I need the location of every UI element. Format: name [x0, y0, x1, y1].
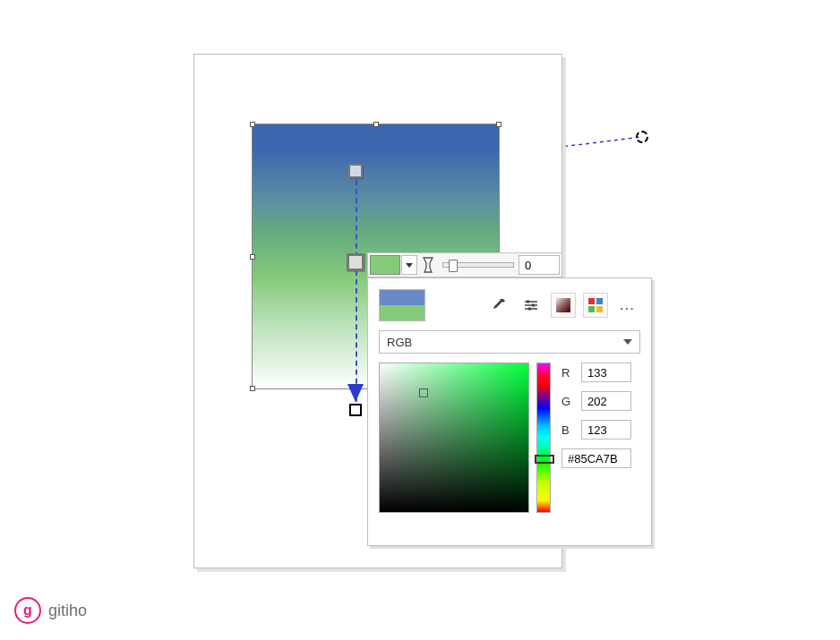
more-options-button[interactable]: ... [615, 293, 640, 318]
color-model-label: RGB [387, 336, 412, 349]
color-picker-strip [367, 252, 562, 277]
gradient-axis[interactable] [356, 171, 357, 402]
gradient-stop-mid[interactable] [347, 253, 364, 271]
chevron-down-icon [623, 339, 632, 345]
svg-rect-3 [528, 308, 531, 311]
transparency-slider[interactable] [442, 262, 514, 268]
svg-rect-5 [556, 298, 570, 312]
svg-rect-9 [596, 306, 603, 312]
saturation-value-box[interactable] [379, 363, 529, 513]
brand-watermark: g gitiho [14, 597, 87, 624]
selection-handle[interactable] [250, 254, 255, 260]
input-r[interactable] [581, 363, 631, 382]
rgb-inputs: R G B [561, 363, 631, 513]
color-dropdown-button[interactable] [401, 255, 417, 275]
sliders-button[interactable] [519, 293, 544, 318]
gradient-stop-start[interactable] [348, 164, 363, 178]
color-model-select[interactable]: RGB [379, 330, 640, 354]
gradient-arrowhead [347, 384, 364, 402]
selection-handle[interactable] [250, 122, 255, 127]
svg-rect-6 [588, 298, 595, 304]
hue-thumb[interactable] [535, 455, 554, 464]
input-hex[interactable] [561, 448, 631, 468]
sv-cursor[interactable] [419, 388, 428, 397]
input-b[interactable] [581, 420, 631, 439]
selection-handle[interactable] [250, 386, 255, 391]
selection-handle[interactable] [496, 122, 501, 127]
gradient-stop-end[interactable] [349, 404, 362, 416]
svg-rect-8 [588, 306, 595, 312]
svg-rect-2 [532, 304, 535, 307]
color-viewer-button[interactable] [551, 293, 576, 318]
label-r: R [561, 366, 574, 380]
brand-name: gitiho [48, 602, 87, 620]
gradient-preview-chip[interactable] [379, 289, 425, 321]
hue-slider[interactable] [536, 363, 551, 513]
gradient-skew-handle[interactable] [636, 131, 648, 143]
more-options-label: ... [621, 299, 636, 312]
svg-rect-7 [596, 298, 603, 304]
picker-tool-row: ... [379, 287, 640, 323]
brand-badge: g [14, 597, 41, 624]
svg-rect-1 [527, 301, 529, 303]
brand-initial: g [23, 602, 32, 619]
color-picker-panel: ... RGB R G B [367, 277, 652, 546]
label-b: B [561, 423, 574, 437]
selection-handle[interactable] [373, 122, 379, 127]
transparency-slider-thumb[interactable] [449, 260, 458, 272]
transparency-icon [418, 255, 438, 275]
color-palettes-button[interactable] [583, 293, 608, 318]
current-color-swatch[interactable] [370, 255, 400, 275]
input-g[interactable] [581, 391, 631, 411]
eyedropper-button[interactable] [486, 293, 511, 318]
transparency-input[interactable] [519, 255, 560, 275]
label-g: G [561, 395, 574, 408]
